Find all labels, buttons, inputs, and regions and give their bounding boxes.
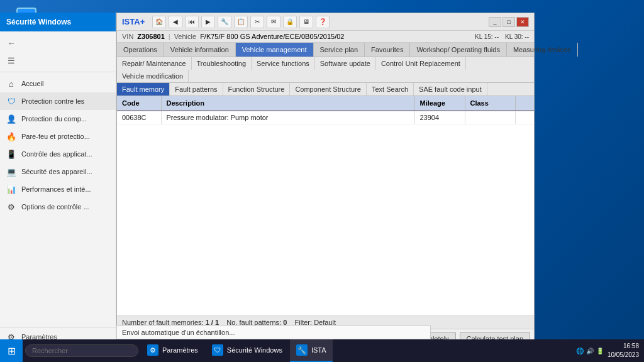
toolbar-lock[interactable]: 🔒 bbox=[283, 16, 297, 28]
ista-app-icon: 🔧 bbox=[296, 344, 308, 356]
maximize-button[interactable]: □ bbox=[502, 17, 515, 27]
col-header-extra bbox=[515, 96, 534, 111]
battery-icon[interactable]: 🔋 bbox=[596, 348, 604, 354]
subtab-software-update[interactable]: Software update bbox=[315, 57, 376, 70]
subtab-fault-patterns[interactable]: Fault patterns bbox=[170, 83, 223, 96]
systray-icons: 🌐 🔊 🔋 bbox=[576, 348, 604, 354]
nav-performances[interactable]: 📊 Performances et inté... bbox=[0, 180, 116, 198]
toolbar-back[interactable]: ◀ bbox=[169, 16, 182, 28]
nav-securite-app-label: Sécurité des appareil... bbox=[21, 168, 92, 175]
minimize-button[interactable]: _ bbox=[489, 17, 501, 27]
fault-table: Code Description Mileage Class 00638C Pr… bbox=[117, 96, 534, 124]
nav-hamburger[interactable]: ☰ bbox=[0, 52, 116, 69]
securite-app-icon: 🛡 bbox=[212, 344, 223, 356]
nav-performances-label: Performances et inté... bbox=[21, 185, 91, 193]
taskbar-search[interactable] bbox=[25, 344, 138, 357]
taskbar: ⊞ ⚙ Paramètres 🛡 Sécurité Windows 🔧 ISTA… bbox=[0, 339, 644, 362]
nav-parefeu[interactable]: 🔥 Pare-feu et protectio... bbox=[0, 128, 116, 145]
col-header-code: Code bbox=[117, 96, 161, 111]
tab-workshop-fluids[interactable]: Workshop/ Operating fluids bbox=[410, 43, 506, 57]
app-control-icon: 📱 bbox=[6, 149, 16, 159]
subtab-repair[interactable]: Repair/ Maintenance bbox=[117, 57, 192, 70]
ista-content: Code Description Mileage Class 00638C Pr… bbox=[117, 96, 534, 315]
taskbar-systray: 🌐 🔊 🔋 16:58 10/05/2023 bbox=[571, 342, 644, 359]
col-header-mileage: Mileage bbox=[414, 96, 465, 111]
start-button[interactable]: ⊞ bbox=[0, 339, 23, 362]
tooltip-text: Envoi automatique d'un échantillon... bbox=[122, 329, 235, 336]
taskbar-app-securite[interactable]: 🛡 Sécurité Windows bbox=[206, 339, 289, 362]
col-header-description: Description bbox=[161, 96, 414, 111]
tab-favourites[interactable]: Favourites bbox=[365, 43, 410, 57]
ista-app-label: ISTA bbox=[311, 346, 326, 354]
taskbar-app-ista[interactable]: 🔧 ISTA bbox=[290, 339, 333, 362]
ista-window: ISTA+ 🏠 ◀ ⏮ ▶ 🔧 📋 ✂ ✉ 🔒 🖥 ❓ _ □ ✕ bbox=[116, 13, 535, 349]
subtab-fault-memory[interactable]: Fault memory bbox=[117, 83, 170, 96]
subtab-text-search[interactable]: Text Search bbox=[367, 83, 414, 96]
tab-measuring[interactable]: Measuring devices bbox=[507, 43, 578, 57]
subtab-troubleshooting[interactable]: Troubleshooting bbox=[192, 57, 252, 70]
tab-vehicle-mgmt[interactable]: Vehicle management bbox=[236, 43, 314, 57]
nav-securite-app[interactable]: 💻 Sécurité des appareil... bbox=[0, 163, 116, 180]
shield-icon: 🛡 bbox=[6, 96, 16, 106]
cell-description: Pressure modulator: Pump motor bbox=[161, 111, 414, 124]
clock-time: 16:58 bbox=[608, 342, 639, 351]
subtab-vehicle-mod[interactable]: Vehicle modification bbox=[117, 70, 189, 82]
cell-extra bbox=[515, 111, 534, 124]
nav-protection[interactable]: 🛡 Protection contre les bbox=[0, 92, 116, 110]
vin-value: Z306801 bbox=[137, 33, 164, 40]
nav-controle-app[interactable]: 📱 Contrôle des applicat... bbox=[0, 145, 116, 163]
nav-back[interactable]: ← bbox=[0, 34, 116, 52]
nav-accueil[interactable]: ⌂ Accueil bbox=[0, 75, 116, 92]
kl30-value: KL 30: -- bbox=[505, 33, 529, 40]
cell-mileage: 23904 bbox=[414, 111, 465, 124]
toolbar-scissors[interactable]: ✂ bbox=[250, 16, 264, 28]
tab-operations[interactable]: Operations bbox=[117, 43, 164, 57]
ista-titlebar: ISTA+ 🏠 ◀ ⏮ ▶ 🔧 📋 ✂ ✉ 🔒 🖥 ❓ _ □ ✕ bbox=[117, 13, 534, 31]
tab-service-plan[interactable]: Service plan bbox=[314, 43, 365, 57]
table-row[interactable]: 00638C Pressure modulator: Pump motor 23… bbox=[117, 111, 534, 124]
vin-bar: VIN Z306801 | Vehicle F/K75/F 800 GS Adv… bbox=[117, 31, 534, 43]
volume-icon[interactable]: 🔊 bbox=[586, 348, 594, 354]
toolbar-home[interactable]: 🏠 bbox=[152, 16, 166, 28]
options-icon: ⚙ bbox=[6, 202, 16, 212]
nav-divider bbox=[0, 72, 116, 72]
col-header-class: Class bbox=[465, 96, 515, 111]
network-icon[interactable]: 🌐 bbox=[576, 348, 584, 354]
sub-tabs-row1: Repair/ Maintenance Troubleshooting Serv… bbox=[117, 57, 534, 83]
subtab-service-functions[interactable]: Service functions bbox=[252, 57, 315, 70]
nav-controle-app-label: Contrôle des applicat... bbox=[21, 150, 92, 158]
nav-compte[interactable]: 👤 Protection du comp... bbox=[0, 110, 116, 128]
taskbar-apps: ⚙ Paramètres 🛡 Sécurité Windows 🔧 ISTA bbox=[141, 339, 571, 362]
sub-tabs-row2: Fault memory Fault patterns Function Str… bbox=[117, 83, 534, 96]
taskbar-app-parametres[interactable]: ⚙ Paramètres bbox=[141, 339, 204, 362]
nav-protection-label: Protection contre les bbox=[21, 97, 84, 105]
home-icon: ⌂ bbox=[6, 79, 16, 89]
nav-options[interactable]: ⚙ Options de contrôle ... bbox=[0, 198, 116, 216]
nav-compte-label: Protection du comp... bbox=[21, 115, 87, 123]
kl-info: KL 15: -- KL 30: -- bbox=[475, 33, 529, 40]
toolbar-help[interactable]: ❓ bbox=[316, 16, 330, 28]
tab-vehicle-info[interactable]: Vehicle information bbox=[164, 43, 236, 57]
parametres-app-icon: ⚙ bbox=[147, 344, 158, 356]
parametres-app-label: Paramètres bbox=[162, 346, 198, 354]
close-button[interactable]: ✕ bbox=[516, 17, 529, 27]
toolbar-nav-next[interactable]: ▶ bbox=[201, 16, 215, 28]
cell-code: 00638C bbox=[117, 111, 161, 124]
user-icon: 👤 bbox=[6, 114, 16, 124]
subtab-component-structure[interactable]: Component Structure bbox=[290, 83, 367, 96]
nav-options-label: Options de contrôle ... bbox=[21, 203, 89, 211]
subtab-sae-fault[interactable]: SAE fault code input bbox=[414, 83, 487, 96]
toolbar-screen[interactable]: 🖥 bbox=[299, 16, 313, 28]
toolbar-wrench[interactable]: 🔧 bbox=[218, 16, 231, 28]
vehicle-value: F/K75/F 800 GS Adventure/ECE/0B05/2015/0… bbox=[200, 33, 344, 40]
toolbar-clipboard[interactable]: 📋 bbox=[234, 16, 248, 28]
toolbar-nav-prev[interactable]: ⏮ bbox=[185, 16, 199, 28]
toolbar-mail[interactable]: ✉ bbox=[267, 16, 280, 28]
subtab-function-structure[interactable]: Function Structure bbox=[223, 83, 291, 96]
subtab-control-unit[interactable]: Control Unit Replacement bbox=[376, 57, 466, 70]
bottom-tooltip: Envoi automatique d'un échantillon... bbox=[116, 326, 431, 339]
main-tabs: Operations Vehicle information Vehicle m… bbox=[117, 43, 534, 57]
vehicle-label: Vehicle bbox=[174, 33, 196, 40]
hamburger-icon: ☰ bbox=[6, 55, 16, 65]
ista-app-title: ISTA+ bbox=[122, 17, 145, 26]
